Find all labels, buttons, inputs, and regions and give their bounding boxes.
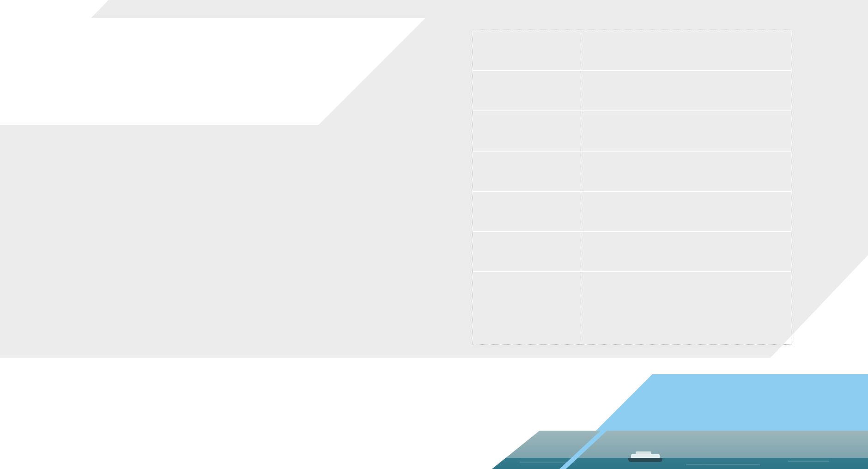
row-label	[473, 71, 581, 110]
row-value	[581, 30, 791, 70]
row-value	[581, 71, 791, 110]
contact-table	[473, 30, 791, 345]
row-label	[473, 192, 581, 231]
table-row-douyin	[473, 191, 791, 231]
row-label	[473, 111, 581, 151]
water	[492, 458, 868, 469]
row-value	[581, 192, 791, 231]
row-value	[581, 111, 791, 151]
table-row-wechat	[473, 70, 791, 110]
table-row-website	[473, 231, 791, 271]
table-row-landline	[473, 110, 791, 151]
row-label	[473, 30, 581, 70]
row-label	[473, 272, 581, 344]
row-value	[581, 152, 791, 191]
table-row-email	[473, 151, 791, 191]
table-row-address	[473, 271, 791, 344]
table-row-phone	[473, 30, 791, 70]
row-value	[581, 232, 791, 271]
blue-band-decoration	[596, 374, 868, 431]
row-label	[473, 152, 581, 191]
cityscape-photo	[492, 431, 868, 469]
row-label	[473, 232, 581, 271]
row-value	[581, 272, 791, 344]
boat	[628, 451, 662, 462]
contact-page	[0, 0, 868, 469]
